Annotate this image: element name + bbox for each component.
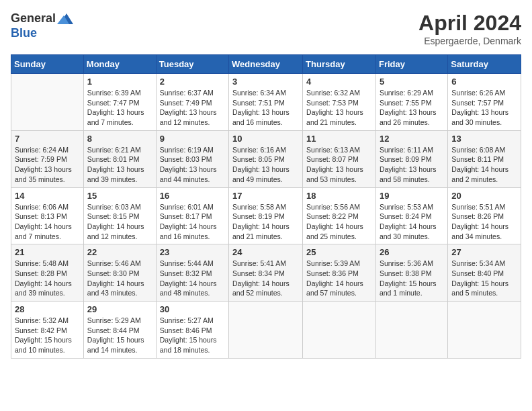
day-number: 1 — [87, 77, 152, 87]
day-number: 30 — [160, 304, 225, 314]
day-info: Sunrise: 6:21 AMSunset: 8:01 PMDaylight:… — [87, 145, 152, 185]
day-number: 6 — [451, 77, 517, 87]
weekday-header-thursday: Thursday — [303, 55, 376, 74]
month-title: April 2024 — [418, 11, 521, 36]
day-info: Sunrise: 5:36 AMSunset: 8:38 PMDaylight:… — [380, 259, 444, 298]
weekday-header-wednesday: Wednesday — [229, 55, 303, 74]
day-info: Sunrise: 6:16 AMSunset: 8:05 PMDaylight:… — [232, 145, 299, 185]
day-info: Sunrise: 6:32 AMSunset: 7:53 PMDaylight:… — [306, 88, 372, 128]
day-info: Sunrise: 5:27 AMSunset: 8:46 PMDaylight:… — [160, 316, 225, 355]
day-number: 4 — [306, 77, 372, 87]
calendar-cell: 14Sunrise: 6:06 AMSunset: 8:13 PMDayligh… — [11, 187, 84, 244]
day-info: Sunrise: 5:34 AMSunset: 8:40 PMDaylight:… — [451, 259, 517, 298]
day-number: 7 — [15, 134, 80, 144]
calendar-cell: 9Sunrise: 6:19 AMSunset: 8:03 PMDaylight… — [156, 130, 228, 187]
day-number: 24 — [232, 247, 299, 257]
page-header: General Blue April 2024 Espergaerde, Den… — [11, 11, 521, 46]
day-info: Sunrise: 6:08 AMSunset: 8:11 PMDaylight:… — [451, 145, 517, 185]
calendar-cell: 28Sunrise: 5:32 AMSunset: 8:42 PMDayligh… — [11, 302, 84, 359]
day-number: 20 — [451, 191, 517, 201]
day-number: 22 — [87, 247, 152, 257]
weekday-header-tuesday: Tuesday — [156, 55, 228, 74]
day-info: Sunrise: 6:11 AMSunset: 8:09 PMDaylight:… — [380, 145, 444, 185]
day-info: Sunrise: 6:39 AMSunset: 7:47 PMDaylight:… — [87, 88, 152, 128]
calendar-cell — [229, 302, 303, 359]
calendar-cell: 18Sunrise: 5:56 AMSunset: 8:22 PMDayligh… — [303, 187, 376, 244]
day-number: 10 — [232, 134, 299, 144]
day-number: 3 — [232, 77, 299, 87]
weekday-header-monday: Monday — [83, 55, 156, 74]
calendar-cell: 30Sunrise: 5:27 AMSunset: 8:46 PMDayligh… — [156, 302, 228, 359]
calendar-cell: 8Sunrise: 6:21 AMSunset: 8:01 PMDaylight… — [83, 130, 156, 187]
logo-icon — [57, 11, 73, 27]
day-info: Sunrise: 6:26 AMSunset: 7:57 PMDaylight:… — [451, 88, 517, 128]
day-info: Sunrise: 5:39 AMSunset: 8:36 PMDaylight:… — [306, 259, 372, 298]
day-info: Sunrise: 6:13 AMSunset: 8:07 PMDaylight:… — [306, 145, 372, 185]
calendar-week-row: 21Sunrise: 5:48 AMSunset: 8:28 PMDayligh… — [11, 244, 521, 302]
calendar-cell: 2Sunrise: 6:37 AMSunset: 7:49 PMDaylight… — [156, 74, 228, 131]
day-info: Sunrise: 5:41 AMSunset: 8:34 PMDaylight:… — [232, 259, 299, 298]
day-info: Sunrise: 6:19 AMSunset: 8:03 PMDaylight:… — [160, 145, 225, 185]
day-info: Sunrise: 5:32 AMSunset: 8:42 PMDaylight:… — [15, 316, 80, 355]
day-number: 23 — [160, 247, 225, 257]
day-info: Sunrise: 5:51 AMSunset: 8:26 PMDaylight:… — [451, 202, 517, 242]
day-number: 19 — [380, 191, 444, 201]
day-number: 12 — [380, 134, 444, 144]
day-number: 14 — [15, 191, 80, 201]
day-number: 26 — [380, 247, 444, 257]
day-info: Sunrise: 6:37 AMSunset: 7:49 PMDaylight:… — [160, 88, 225, 128]
weekday-header-friday: Friday — [375, 55, 447, 74]
calendar-cell: 19Sunrise: 5:53 AMSunset: 8:24 PMDayligh… — [375, 187, 447, 244]
calendar-cell: 26Sunrise: 5:36 AMSunset: 8:38 PMDayligh… — [375, 244, 447, 302]
day-number: 17 — [232, 191, 299, 201]
day-number: 5 — [380, 77, 444, 87]
logo-general: General — [11, 12, 56, 26]
day-number: 2 — [160, 77, 225, 87]
calendar-cell: 17Sunrise: 5:58 AMSunset: 8:19 PMDayligh… — [229, 187, 303, 244]
day-info: Sunrise: 5:56 AMSunset: 8:22 PMDaylight:… — [306, 202, 372, 242]
day-info: Sunrise: 6:03 AMSunset: 8:15 PMDaylight:… — [87, 202, 152, 242]
day-info: Sunrise: 5:53 AMSunset: 8:24 PMDaylight:… — [380, 202, 444, 242]
calendar-cell: 10Sunrise: 6:16 AMSunset: 8:05 PMDayligh… — [229, 130, 303, 187]
day-number: 13 — [451, 134, 517, 144]
calendar-cell: 1Sunrise: 6:39 AMSunset: 7:47 PMDaylight… — [83, 74, 156, 131]
day-number: 16 — [160, 191, 225, 201]
weekday-header-sunday: Sunday — [11, 55, 84, 74]
calendar-cell — [448, 302, 521, 359]
logo: General Blue — [11, 11, 73, 40]
calendar-cell: 16Sunrise: 6:01 AMSunset: 8:17 PMDayligh… — [156, 187, 228, 244]
weekday-header-saturday: Saturday — [448, 55, 521, 74]
day-info: Sunrise: 5:29 AMSunset: 8:44 PMDaylight:… — [87, 316, 152, 355]
calendar-cell: 3Sunrise: 6:34 AMSunset: 7:51 PMDaylight… — [229, 74, 303, 131]
calendar-cell: 6Sunrise: 6:26 AMSunset: 7:57 PMDaylight… — [448, 74, 521, 131]
day-number: 15 — [87, 191, 152, 201]
day-number: 27 — [451, 247, 517, 257]
day-number: 9 — [160, 134, 225, 144]
calendar-week-row: 14Sunrise: 6:06 AMSunset: 8:13 PMDayligh… — [11, 187, 521, 244]
calendar-cell: 11Sunrise: 6:13 AMSunset: 8:07 PMDayligh… — [303, 130, 376, 187]
calendar-week-row: 28Sunrise: 5:32 AMSunset: 8:42 PMDayligh… — [11, 302, 521, 359]
calendar-cell: 29Sunrise: 5:29 AMSunset: 8:44 PMDayligh… — [83, 302, 156, 359]
calendar-cell: 23Sunrise: 5:44 AMSunset: 8:32 PMDayligh… — [156, 244, 228, 302]
calendar-cell: 15Sunrise: 6:03 AMSunset: 8:15 PMDayligh… — [83, 187, 156, 244]
day-number: 18 — [306, 191, 372, 201]
calendar-cell: 20Sunrise: 5:51 AMSunset: 8:26 PMDayligh… — [448, 187, 521, 244]
location: Espergaerde, Denmark — [418, 36, 521, 46]
day-info: Sunrise: 6:29 AMSunset: 7:55 PMDaylight:… — [380, 88, 444, 128]
day-info: Sunrise: 6:06 AMSunset: 8:13 PMDaylight:… — [15, 202, 80, 242]
calendar-cell — [303, 302, 376, 359]
calendar-cell: 25Sunrise: 5:39 AMSunset: 8:36 PMDayligh… — [303, 244, 376, 302]
day-info: Sunrise: 5:44 AMSunset: 8:32 PMDaylight:… — [160, 259, 225, 298]
day-number: 11 — [306, 134, 372, 144]
calendar-week-row: 7Sunrise: 6:24 AMSunset: 7:59 PMDaylight… — [11, 130, 521, 187]
calendar-cell: 24Sunrise: 5:41 AMSunset: 8:34 PMDayligh… — [229, 244, 303, 302]
day-number: 8 — [87, 134, 152, 144]
calendar-table: SundayMondayTuesdayWednesdayThursdayFrid… — [11, 54, 521, 359]
calendar-cell: 7Sunrise: 6:24 AMSunset: 7:59 PMDaylight… — [11, 130, 84, 187]
calendar-cell — [375, 302, 447, 359]
title-block: April 2024 Espergaerde, Denmark — [418, 11, 521, 46]
calendar-cell: 22Sunrise: 5:46 AMSunset: 8:30 PMDayligh… — [83, 244, 156, 302]
day-number: 29 — [87, 304, 152, 314]
day-number: 21 — [15, 247, 80, 257]
day-number: 28 — [15, 304, 80, 314]
